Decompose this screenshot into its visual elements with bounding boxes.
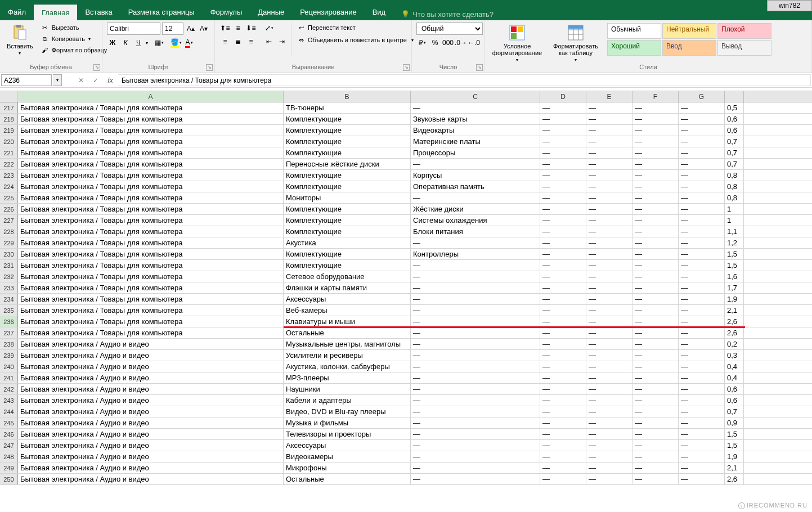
row-header[interactable]: 225 [0,192,18,203]
cell[interactable]: — [632,114,679,124]
cell[interactable]: — [411,260,540,271]
cell[interactable]: — [586,147,632,158]
cell[interactable]: 0,2 [725,339,744,349]
cell[interactable]: — [632,170,679,181]
cell[interactable]: 0,6 [725,384,744,394]
cell[interactable]: Бытовая электроника / Аудио и видео [18,440,284,451]
cell[interactable]: — [411,474,540,484]
cell[interactable]: — [632,102,679,113]
name-box[interactable] [1,74,52,86]
tab-вид[interactable]: Вид [365,5,394,20]
cell[interactable]: Корпусы [411,170,540,181]
row-header[interactable]: 224 [0,181,18,192]
cell[interactable]: — [586,395,632,406]
cell[interactable]: — [632,440,679,451]
cell[interactable]: 2,1 [725,462,744,473]
cell[interactable]: — [679,215,725,226]
cell[interactable]: — [679,159,725,169]
cell[interactable]: Комплектующие [284,215,411,226]
row-header[interactable]: 229 [0,237,18,248]
cell[interactable]: Аксессуары [284,294,411,304]
insert-function-button[interactable]: fx [104,74,117,86]
cell[interactable]: — [411,417,540,428]
orientation-button[interactable]: ⤢ [263,23,275,34]
row-header[interactable]: 247 [0,440,18,451]
cell[interactable]: — [632,181,679,192]
cell[interactable]: Видео, DVD и Blu-ray плееры [284,406,411,417]
align-top-button[interactable]: ⬆≡ [219,23,231,34]
cell[interactable]: — [632,361,679,372]
cell[interactable]: — [540,462,586,473]
cell[interactable]: Бытовая электроника / Товары для компьют… [18,147,284,158]
cell[interactable]: — [586,451,632,462]
cell[interactable]: Бытовая электроника / Товары для компьют… [18,204,284,214]
cell[interactable]: 2,6 [725,316,744,327]
cell[interactable]: Аксессуары [284,440,411,451]
cell[interactable]: Музыка и фильмы [284,417,411,428]
cell[interactable]: Жёсткие диски [411,204,540,214]
cell[interactable]: — [679,136,725,147]
row-header[interactable]: 231 [0,260,18,271]
cell[interactable]: 0,6 [725,114,744,124]
cell[interactable]: — [586,125,632,136]
decrease-decimal-button[interactable]: ←.0 [468,37,479,48]
cell[interactable]: — [540,249,586,259]
row-header[interactable]: 220 [0,136,18,147]
cell[interactable]: Видеокамеры [284,451,411,462]
col-header-G[interactable]: G [679,91,725,102]
paste-button[interactable]: Вставить ▾ [5,23,35,57]
comma-button[interactable]: 000 [442,37,454,48]
cell[interactable]: — [411,361,540,372]
cell[interactable]: 0,8 [725,192,744,203]
underline-button[interactable]: Ч [133,37,144,48]
name-box-dropdown[interactable]: ▾ [53,74,62,86]
row-header[interactable]: 221 [0,147,18,158]
row-header[interactable]: 238 [0,339,18,349]
cell[interactable]: — [632,339,679,349]
cell[interactable]: Комплектующие [284,114,411,124]
cell[interactable]: — [586,417,632,428]
cell[interactable]: — [632,159,679,169]
col-header-F[interactable]: F [632,91,679,102]
cell[interactable]: — [540,474,586,484]
cell[interactable]: Флэшки и карты памяти [284,282,411,293]
cell[interactable]: Комплектующие [284,226,411,237]
cell[interactable]: Бытовая электроника / Товары для компьют… [18,215,284,226]
row-header[interactable]: 234 [0,294,18,304]
cut-button[interactable]: ✂Вырезать [39,23,109,33]
cell[interactable]: — [540,215,586,226]
cell[interactable]: — [586,429,632,439]
cell[interactable]: Материнские платы [411,136,540,147]
col-header-D[interactable]: D [540,91,586,102]
cell[interactable]: 0,7 [725,406,744,417]
row-header[interactable]: 246 [0,429,18,439]
cell[interactable]: Бытовая электроника / Товары для компьют… [18,316,284,327]
cell[interactable]: — [411,102,540,113]
cell[interactable]: — [586,440,632,451]
enter-formula-button[interactable]: ✓ [89,74,102,86]
cell[interactable]: 0,6 [725,125,744,136]
cell[interactable]: Бытовая электроника / Аудио и видео [18,406,284,417]
cell[interactable]: Бытовая электроника / Товары для компьют… [18,159,284,169]
cell[interactable]: — [679,305,725,316]
cell[interactable]: — [679,395,725,406]
cell[interactable]: Музыкальные центры, магнитолы [284,339,411,349]
cell[interactable]: — [632,429,679,439]
align-center-button[interactable]: ≣ [232,36,244,47]
increase-indent-button[interactable]: ⇥ [276,36,288,47]
cell[interactable]: Бытовая электроника / Товары для компьют… [18,226,284,237]
formula-input[interactable] [118,74,811,86]
align-middle-button[interactable]: ≡ [232,23,244,34]
row-header[interactable]: 245 [0,417,18,428]
cell[interactable]: Бытовая электроника / Товары для компьют… [18,102,284,113]
cell[interactable]: — [632,474,679,484]
cell[interactable]: Бытовая электроника / Товары для компьют… [18,181,284,192]
row-header[interactable]: 233 [0,282,18,293]
cell[interactable]: — [411,305,540,316]
row-header[interactable]: 249 [0,462,18,473]
cell[interactable]: — [540,282,586,293]
font-size-combo[interactable] [162,23,183,35]
cell[interactable]: Бытовая электроника / Товары для компьют… [18,136,284,147]
cell[interactable]: — [540,147,586,158]
cell[interactable]: Бытовая электроника / Товары для компьют… [18,271,284,282]
